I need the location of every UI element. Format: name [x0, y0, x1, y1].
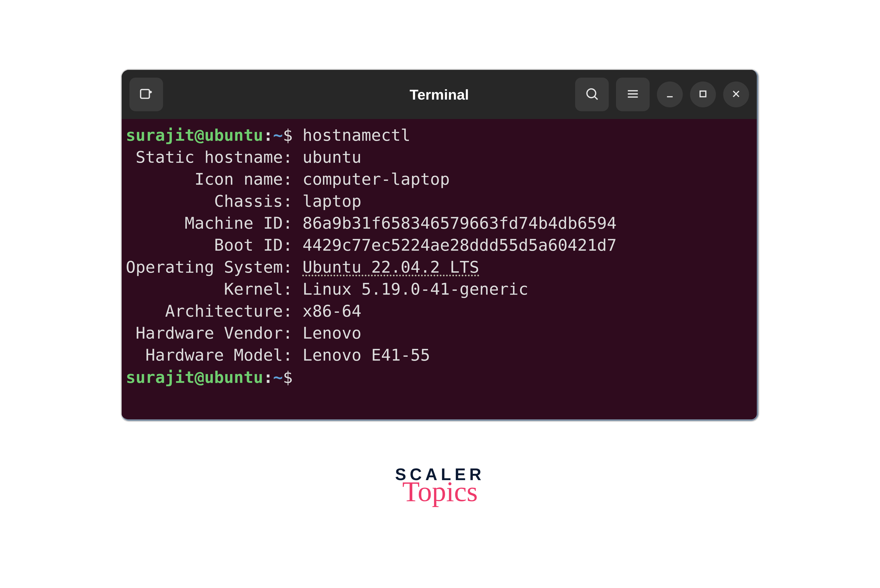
svg-rect-0 [141, 90, 149, 98]
svg-point-1 [587, 89, 596, 98]
branding-watermark: SCALER Topics [395, 465, 485, 504]
output-row: Operating System: Ubuntu 22.04.2 LTS [126, 256, 753, 278]
new-tab-icon [139, 86, 154, 102]
output-value: 86a9b31f658346579663fd74b4db6594 [303, 214, 617, 232]
output-row: Static hostname: ubuntu [126, 146, 753, 168]
output-value: Linux 5.19.0-41-generic [303, 280, 528, 298]
terminal-window: Terminal [122, 70, 758, 421]
minimize-icon [664, 88, 676, 100]
close-button[interactable] [723, 81, 749, 107]
output-row: Machine ID: 86a9b31f658346579663fd74b4db… [126, 212, 753, 234]
output-row: Hardware Vendor: Lenovo [126, 322, 753, 344]
maximize-button[interactable] [690, 81, 716, 107]
window-title: Terminal [410, 86, 469, 103]
output-key: Machine ID: [126, 214, 303, 232]
close-icon [730, 88, 742, 100]
prompt-symbol: $ [283, 126, 293, 145]
output-key: Operating System: [126, 258, 303, 276]
minimize-button[interactable] [657, 81, 683, 107]
branding-line2: Topics [395, 479, 485, 504]
prompt-line-1: surajit@ubuntu:~$ hostnamectl [126, 124, 753, 146]
svg-rect-7 [700, 91, 706, 97]
output-value: 4429c77ec5224ae28ddd55d5a60421d7 [303, 236, 617, 255]
output-value: Lenovo [303, 324, 362, 342]
search-button[interactable] [575, 78, 609, 111]
output-row: Hardware Model: Lenovo E41-55 [126, 344, 753, 366]
output-key: Hardware Model: [126, 346, 303, 364]
output-key: Architecture: [126, 302, 303, 321]
output-value: laptop [303, 192, 362, 211]
output-key: Static hostname: [126, 148, 303, 166]
command-text: hostnamectl [303, 126, 410, 145]
output-key: Chassis: [126, 192, 303, 211]
output-value: Ubuntu 22.04.2 LTS [303, 258, 479, 276]
svg-line-2 [595, 97, 598, 100]
output-key: Icon name: [126, 170, 303, 189]
search-icon [584, 86, 599, 102]
new-tab-button[interactable] [129, 78, 163, 111]
maximize-icon [697, 88, 709, 100]
output-value: Lenovo E41-55 [303, 346, 430, 364]
terminal-body[interactable]: surajit@ubuntu:~$ hostnamectl Static hos… [122, 119, 757, 419]
menu-icon [625, 86, 640, 102]
output-row: Architecture: x86-64 [126, 300, 753, 322]
prompt-line-2: surajit@ubuntu:~$ [126, 366, 753, 388]
output-key: Hardware Vendor: [126, 324, 303, 342]
output-row: Kernel: Linux 5.19.0-41-generic [126, 278, 753, 300]
output-row: Chassis: laptop [126, 190, 753, 212]
menu-button[interactable] [616, 78, 650, 111]
output-key: Boot ID: [126, 236, 303, 255]
output-value: computer-laptop [303, 170, 450, 189]
output-value: x86-64 [303, 302, 362, 321]
prompt-path: ~ [273, 126, 283, 145]
titlebar: Terminal [122, 70, 757, 119]
prompt-user-host: surajit@ubuntu [126, 126, 263, 145]
output-row: Icon name: computer-laptop [126, 168, 753, 190]
output-row: Boot ID: 4429c77ec5224ae28ddd55d5a60421d… [126, 234, 753, 256]
output-value: ubuntu [303, 148, 362, 166]
output-key: Kernel: [126, 280, 303, 298]
